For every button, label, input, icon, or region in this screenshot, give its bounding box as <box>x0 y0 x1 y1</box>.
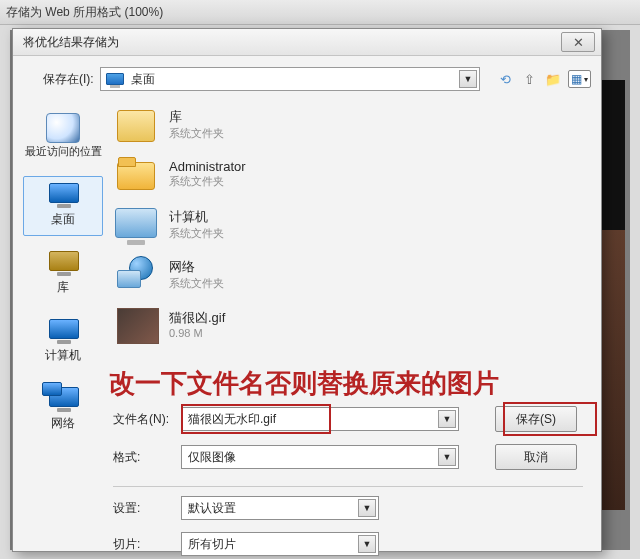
entry-sub: 系统文件夹 <box>169 126 224 141</box>
place-computer[interactable]: 计算机 <box>23 312 103 372</box>
view-menu-button[interactable]: ▦ ▾ <box>568 70 591 88</box>
place-recent[interactable]: 最近访问的位置 <box>23 108 103 168</box>
filename-input[interactable]: 猫很凶无水印.gif ▼ <box>181 407 459 431</box>
filename-value: 猫很凶无水印.gif <box>188 411 276 428</box>
format-label: 格式: <box>113 449 173 466</box>
list-item[interactable]: 计算机 系统文件夹 <box>115 204 585 244</box>
recent-icon <box>46 113 80 143</box>
lookin-row: 保存在(I): 桌面 ▼ ⟲ ⇧ 📁 ▦ ▾ <box>13 62 601 96</box>
save-dialog: 将优化结果存储为 ✕ 保存在(I): 桌面 ▼ ⟲ ⇧ 📁 ▦ <box>12 28 602 552</box>
entry-text: 网络 系统文件夹 <box>169 258 224 291</box>
entry-sub: 系统文件夹 <box>169 276 224 291</box>
chevron-down-icon: ▼ <box>438 448 456 466</box>
slices-row: 切片: 所有切片 ▼ <box>113 532 588 556</box>
filename-row: 文件名(N): 猫很凶无水印.gif ▼ 保存(S) <box>113 406 588 432</box>
entry-text: 库 系统文件夹 <box>169 108 224 141</box>
list-item[interactable]: 网络 系统文件夹 <box>115 254 585 294</box>
app-title: 存储为 Web 所用格式 (100%) <box>6 4 163 21</box>
places-bar: 最近访问的位置 桌面 库 计算机 网络 <box>21 104 105 424</box>
form-area: 文件名(N): 猫很凶无水印.gif ▼ 保存(S) 格式: 仅限图像 ▼ <box>113 406 588 482</box>
place-label: 桌面 <box>24 211 102 228</box>
place-label: 库 <box>24 279 102 296</box>
list-item[interactable]: Administrator 系统文件夹 <box>115 154 585 194</box>
save-button-label: 保存(S) <box>516 411 556 428</box>
entry-sub: 系统文件夹 <box>169 174 246 189</box>
cancel-button[interactable]: 取消 <box>495 444 577 470</box>
entry-text: Administrator 系统文件夹 <box>169 159 246 189</box>
slices-label: 切片: <box>113 536 173 553</box>
entry-sub: 系统文件夹 <box>169 226 224 241</box>
entry-sub: 0.98 M <box>169 327 225 339</box>
entry-title: 网络 <box>169 258 224 276</box>
entry-text: 猫很凶.gif 0.98 M <box>169 309 225 339</box>
list-item[interactable]: 库 系统文件夹 <box>115 104 585 144</box>
entry-title: 计算机 <box>169 208 224 226</box>
chevron-down-icon: ▼ <box>358 499 376 517</box>
entry-text: 计算机 系统文件夹 <box>169 208 224 241</box>
dialog-body: 保存在(I): 桌面 ▼ ⟲ ⇧ 📁 ▦ ▾ <box>13 56 601 552</box>
network-icon <box>115 254 159 294</box>
format-row: 格式: 仅限图像 ▼ 取消 <box>113 444 588 470</box>
format-select[interactable]: 仅限图像 ▼ <box>181 445 459 469</box>
entry-title: 库 <box>169 108 224 126</box>
grid-icon: ▦ <box>571 72 582 86</box>
settings-label: 设置: <box>113 500 173 517</box>
lookin-select[interactable]: 桌面 ▼ <box>100 67 480 91</box>
form-area-2: 设置: 默认设置 ▼ 切片: 所有切片 ▼ <box>113 496 588 559</box>
settings-select[interactable]: 默认设置 ▼ <box>181 496 379 520</box>
slices-select[interactable]: 所有切片 ▼ <box>181 532 379 556</box>
chevron-down-icon: ▼ <box>358 535 376 553</box>
up-arrow-icon[interactable]: ⇧ <box>520 70 538 88</box>
place-label: 计算机 <box>24 347 102 364</box>
lookin-tools: ⟲ ⇧ 📁 ▦ ▾ <box>496 70 591 88</box>
entry-title: Administrator <box>169 159 246 174</box>
dialog-close-button[interactable]: ✕ <box>561 32 595 52</box>
library-icon <box>115 104 159 144</box>
new-folder-icon[interactable]: 📁 <box>544 70 562 88</box>
desktop-icon <box>105 69 125 89</box>
computer-icon <box>115 204 159 244</box>
dialog-title: 将优化结果存储为 <box>23 34 119 51</box>
back-icon[interactable]: ⟲ <box>496 70 514 88</box>
chevron-down-icon: ▼ <box>459 70 477 88</box>
close-icon: ✕ <box>573 35 584 50</box>
divider <box>113 486 583 487</box>
thumbnail-icon <box>115 304 159 344</box>
cancel-button-label: 取消 <box>524 449 548 466</box>
save-button[interactable]: 保存(S) <box>495 406 577 432</box>
settings-value: 默认设置 <box>188 500 236 517</box>
desktop-icon <box>47 181 79 209</box>
settings-row: 设置: 默认设置 ▼ <box>113 496 588 520</box>
chevron-down-icon: ▼ <box>438 410 456 428</box>
app-window: 存储为 Web 所用格式 (100%) 将优化结果存储为 ✕ 保存在(I): 桌… <box>0 0 640 559</box>
place-libraries[interactable]: 库 <box>23 244 103 304</box>
libraries-icon <box>47 249 79 277</box>
lookin-label: 保存在(I): <box>43 71 94 88</box>
entry-title: 猫很凶.gif <box>169 309 225 327</box>
place-network[interactable]: 网络 <box>23 380 103 440</box>
list-item[interactable]: 猫很凶.gif 0.98 M <box>115 304 585 344</box>
folder-icon <box>115 154 159 194</box>
dialog-titlebar: 将优化结果存储为 ✕ <box>13 29 601 56</box>
place-label: 网络 <box>24 415 102 432</box>
format-value: 仅限图像 <box>188 449 236 466</box>
place-label: 最近访问的位置 <box>24 145 102 157</box>
app-titlebar: 存储为 Web 所用格式 (100%) <box>0 0 640 25</box>
slices-value: 所有切片 <box>188 536 236 553</box>
chevron-down-icon: ▾ <box>584 75 588 84</box>
file-listing: 库 系统文件夹 Administrator 系统文件夹 计算机 系统文件夹 <box>115 104 585 399</box>
computer-icon <box>47 317 79 345</box>
lookin-value: 桌面 <box>131 71 155 88</box>
network-icon <box>47 385 79 413</box>
place-desktop[interactable]: 桌面 <box>23 176 103 236</box>
filename-label: 文件名(N): <box>113 411 173 428</box>
